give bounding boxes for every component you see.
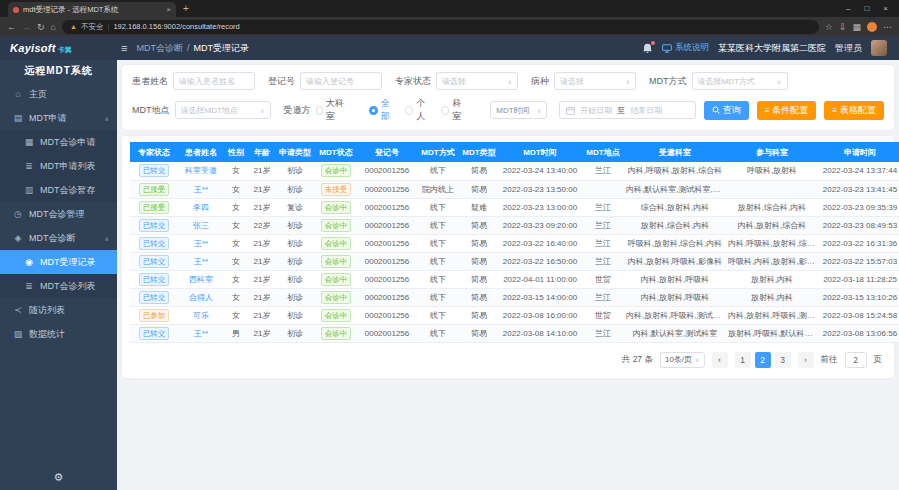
mdt-place-select[interactable]: 请选择MDT地点 ∨ [175, 101, 271, 119]
cell-apply_type: 初诊 [276, 162, 314, 180]
page-button-1[interactable]: 1 [735, 352, 751, 368]
filter-mdt-place: MDT地点 请选择MDT地点 ∨ [132, 101, 271, 119]
status-tag: 已转交 [139, 164, 170, 177]
cell-invited_depts: 内科,放射科,呼吸科 [624, 270, 726, 288]
radio-scope-2[interactable]: 科室 [441, 97, 467, 123]
browser-menu-icon[interactable]: ⋯ [883, 22, 892, 32]
sidebar-item-mdt-accept-record[interactable]: ◉MDT受理记录 [0, 250, 117, 274]
cell-mdt_time: 2022-04-01 11:00:00 [498, 270, 582, 288]
browser-tab[interactable]: mdt受理记录 - 远程MDT系统 × [8, 2, 176, 17]
search-button[interactable]: 查询 [704, 101, 749, 120]
sidebar-item-mdt-consult-list[interactable]: ≣MDT会诊列表 [0, 274, 117, 298]
system-help-link[interactable]: 系统说明 [662, 42, 709, 54]
expert-status-select[interactable]: 请选择 ∨ [436, 72, 518, 90]
sidebar-item-mdt-diagnose[interactable]: ◈MDT会诊断∧ [0, 226, 117, 250]
favorite-star-icon[interactable]: ☆ [825, 22, 833, 32]
mdt-mode-select[interactable]: 请选择MDT方式 ∨ [692, 72, 788, 90]
diagnose-icon: ◈ [12, 233, 24, 243]
goto-page-input[interactable] [845, 352, 867, 368]
patient-name-link[interactable]: 可乐 [193, 311, 209, 320]
chevron-down-icon: ∨ [508, 78, 512, 85]
list-icon: ≣ [23, 281, 35, 291]
cell-apply_time: 2022-03-15 13:10:26 [818, 288, 899, 306]
header-right: 系统说明 某某医科大学附属第二医院 管理员 [642, 40, 899, 56]
scope-radio-group: 全部个人科室 [369, 97, 477, 123]
cell-mdt_type: 简易 [460, 324, 498, 342]
radio-big-dept[interactable]: 大科室 [316, 97, 347, 123]
page-button-2[interactable]: 2 [755, 352, 771, 368]
cell-apply_type: 初诊 [276, 252, 314, 270]
browser-profile-avatar[interactable] [867, 22, 877, 32]
cell-name: 王** [178, 180, 224, 198]
radio-scope-0[interactable]: 全部 [369, 97, 395, 123]
sidebar-item-mdt-consult-apply[interactable]: ▦MDT会诊申请 [0, 130, 117, 154]
prev-page-button[interactable]: ‹ [712, 352, 728, 368]
sidebar-item-followup-list[interactable]: ≺随访列表 [0, 298, 117, 322]
cell-expert_status: 已转交 [130, 288, 178, 306]
address-bar[interactable]: ▲ 不安全 | 192.168.0.156:9002/consultate/re… [62, 20, 819, 34]
sidebar-item-statistics[interactable]: ▨数据统计 [0, 322, 117, 346]
new-tab-icon[interactable]: + [183, 3, 189, 14]
table-row: 已参加可乐女21岁初诊会诊中0002001256线下简易2022-03-08 1… [130, 306, 899, 324]
cell-apply_time: 2022-03-22 16:31:36 [818, 234, 899, 252]
refresh-icon[interactable]: ↻ [37, 22, 45, 32]
hospital-name: 某某医科大学附属第二医院 [718, 42, 826, 55]
extensions-icon[interactable]: ▦ [852, 22, 861, 32]
disease-select[interactable]: 请选择 ∨ [554, 72, 636, 90]
cell-mdt_place [582, 180, 624, 198]
next-page-button[interactable]: › [798, 352, 814, 368]
forward-icon[interactable]: → [22, 22, 31, 32]
cell-age: 21岁 [248, 306, 276, 324]
select-placeholder: 请选择 [560, 76, 584, 87]
radio-circle-icon [441, 106, 449, 115]
condition-config-button[interactable]: ≡ 条件配置 [757, 101, 817, 120]
cell-expert_status: 已转交 [130, 270, 178, 288]
patient-name-input[interactable] [173, 72, 255, 90]
cell-invited_depts: 呼吸科,放射科,综合科,内科 [624, 234, 726, 252]
back-icon[interactable]: ← [7, 22, 16, 32]
sidebar-item-label: MDT会诊断 [29, 232, 76, 245]
sidebar-item-mdt-consult-manage[interactable]: ◷MDT会诊管理 [0, 202, 117, 226]
cell-age: 21岁 [248, 288, 276, 306]
home-browser-icon[interactable]: ⌂ [51, 22, 56, 32]
cell-mdt_place: 兰江 [582, 252, 624, 270]
tab-close-icon[interactable]: × [166, 5, 171, 14]
cell-name: 科室受邀 [178, 162, 224, 180]
cell-mdt_time: 2022-03-08 14:10:00 [498, 324, 582, 342]
patient-name-link[interactable]: 科室受邀 [185, 166, 217, 175]
cell-reg_no: 0002001256 [358, 288, 416, 306]
sidebar-item-home[interactable]: ⌂主页 [0, 82, 117, 106]
chevron-down-icon: ∨ [537, 107, 541, 114]
sidebar-item-mdt-apply-list[interactable]: ≣MDT申请列表 [0, 154, 117, 178]
settings-gear-icon[interactable]: ⚙ [0, 471, 117, 484]
patient-name-link[interactable]: 合得人 [189, 293, 213, 302]
reg-no-input[interactable] [300, 72, 382, 90]
patient-name-link[interactable]: 王** [194, 329, 208, 338]
sidebar-item-mdt-consult-draft[interactable]: ▥MDT会诊暂存 [0, 178, 117, 202]
patient-name-link[interactable]: 王** [194, 185, 208, 194]
sidebar-item-mdt-apply[interactable]: ▤MDT申请∧ [0, 106, 117, 130]
cell-joined_depts: 呼吸科,内科,放射科,影像科 [726, 252, 818, 270]
sidebar-toggle-icon[interactable]: ≡ [121, 42, 127, 54]
breadcrumb-section: MDT会诊断 [136, 42, 183, 55]
page-button-3[interactable]: 3 [775, 352, 791, 368]
date-range-picker[interactable]: 开始日期 至 结束日期 [559, 101, 695, 119]
patient-name-link[interactable]: 西科室 [189, 275, 213, 284]
cell-mdt_type: 疑难 [460, 198, 498, 216]
patient-name-link[interactable]: 王** [194, 239, 208, 248]
mdt-time-select[interactable]: MDT时间 ∨ [490, 101, 547, 119]
maximize-icon[interactable]: □ [864, 4, 869, 13]
cell-apply_type: 初诊 [276, 288, 314, 306]
close-icon[interactable]: × [883, 4, 888, 13]
patient-name-link[interactable]: 王** [194, 257, 208, 266]
patient-name-link[interactable]: 李四 [193, 203, 209, 212]
user-avatar[interactable] [871, 40, 887, 56]
table-config-button[interactable]: ≡ 表格配置 [824, 101, 884, 120]
patient-name-link[interactable]: 张三 [193, 221, 209, 230]
minimize-icon[interactable]: – [846, 4, 850, 13]
cell-mdt_time: 2022-03-24 13:40:00 [498, 162, 582, 180]
page-size-select[interactable]: 10条/页 ∨ [660, 352, 705, 368]
radio-scope-1[interactable]: 个人 [405, 97, 431, 123]
notification-bell-icon[interactable] [642, 43, 653, 54]
downloads-icon[interactable]: ⇩ [839, 22, 847, 32]
